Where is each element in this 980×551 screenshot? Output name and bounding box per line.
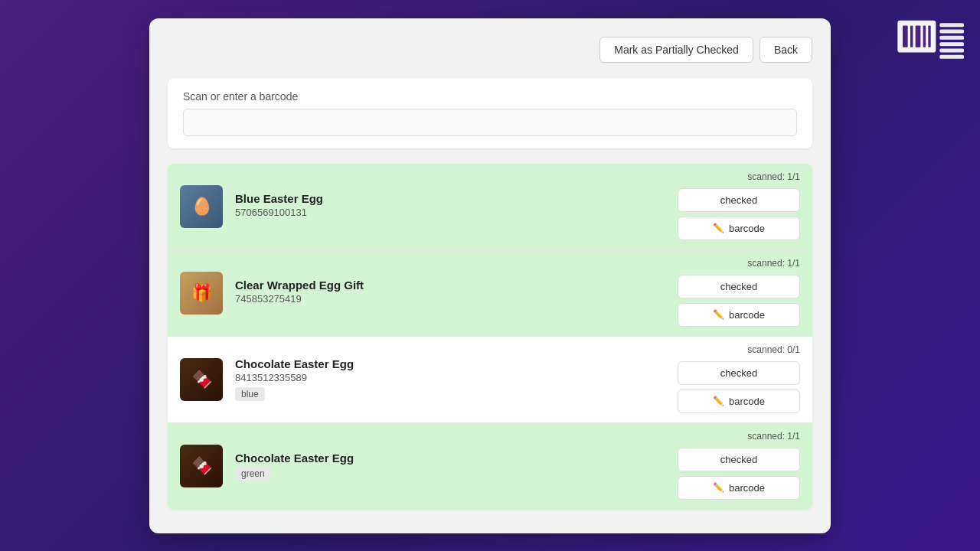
top-bar: Mark as Partially Checked Back: [168, 37, 812, 63]
item-image-blue-easter-egg: 🥚: [180, 185, 223, 228]
svg-rect-8: [939, 36, 964, 40]
item-name-chocolate-easter-egg-blue: Chocolate Easter Egg: [235, 357, 665, 370]
scanned-badge-chocolate-easter-egg-green: scanned: 1/1: [747, 431, 800, 442]
item-info-clear-wrapped-egg-gift: Clear Wrapped Egg Gift745853275419: [235, 279, 665, 308]
item-info-chocolate-easter-egg-green: Chocolate Easter Egggreen: [235, 452, 665, 481]
svg-rect-9: [939, 42, 964, 46]
item-actions-chocolate-easter-egg-blue: checked✏️barcode: [678, 361, 800, 413]
svg-rect-7: [939, 30, 964, 34]
barcode-btn-label-blue-easter-egg: barcode: [729, 223, 765, 234]
scan-label: Scan or enter a barcode: [183, 90, 797, 103]
barcode-btn-label-clear-wrapped-egg-gift: barcode: [729, 309, 765, 321]
main-card: Mark as Partially Checked Back Scan or e…: [149, 18, 831, 533]
item-actions-clear-wrapped-egg-gift: checked✏️barcode: [678, 275, 800, 327]
scan-input[interactable]: [183, 109, 797, 136]
svg-rect-10: [939, 49, 964, 53]
scanned-badge-clear-wrapped-egg-gift: scanned: 1/1: [747, 258, 800, 269]
item-info-chocolate-easter-egg-blue: Chocolate Easter Egg8413512335589blue: [235, 357, 665, 401]
item-row-clear-wrapped-egg-gift: scanned: 1/1🎁Clear Wrapped Egg Gift74585…: [168, 250, 812, 337]
barcode-button-clear-wrapped-egg-gift[interactable]: ✏️barcode: [678, 303, 800, 327]
mark-partially-checked-button[interactable]: Mark as Partially Checked: [599, 37, 753, 63]
item-actions-chocolate-easter-egg-green: checked✏️barcode: [678, 448, 800, 500]
pencil-icon-chocolate-easter-egg-blue: ✏️: [713, 396, 724, 406]
scanned-badge-chocolate-easter-egg-blue: scanned: 0/1: [747, 344, 800, 355]
svg-rect-4: [923, 26, 926, 47]
item-image-chocolate-easter-egg-green: 🍫: [180, 445, 223, 487]
barcode-button-chocolate-easter-egg-green[interactable]: ✏️barcode: [678, 476, 800, 500]
item-info-blue-easter-egg: Blue Easter Egg5706569100131: [235, 192, 665, 221]
item-barcode-blue-easter-egg: 5706569100131: [235, 207, 665, 218]
item-actions-blue-easter-egg: checked✏️barcode: [678, 188, 800, 240]
item-name-blue-easter-egg: Blue Easter Egg: [235, 192, 665, 205]
item-tag-chocolate-easter-egg-green: green: [235, 467, 271, 481]
pencil-icon-chocolate-easter-egg-green: ✏️: [713, 482, 724, 493]
svg-rect-2: [910, 26, 913, 47]
checked-button-chocolate-easter-egg-green[interactable]: checked: [678, 448, 800, 471]
pencil-icon-blue-easter-egg: ✏️: [713, 223, 724, 233]
pencil-icon-clear-wrapped-egg-gift: ✏️: [713, 309, 724, 320]
barcode-button-chocolate-easter-egg-blue[interactable]: ✏️barcode: [678, 390, 800, 413]
checked-button-clear-wrapped-egg-gift[interactable]: checked: [678, 275, 800, 298]
svg-rect-3: [916, 26, 921, 47]
item-barcode-clear-wrapped-egg-gift: 745853275419: [235, 293, 665, 305]
item-image-clear-wrapped-egg-gift: 🎁: [180, 272, 223, 315]
barcode-btn-label-chocolate-easter-egg-green: barcode: [729, 482, 765, 494]
checked-button-blue-easter-egg[interactable]: checked: [678, 188, 800, 212]
item-tag-chocolate-easter-egg-blue: blue: [235, 387, 265, 401]
back-button[interactable]: Back: [760, 37, 812, 63]
svg-rect-1: [903, 26, 908, 47]
svg-rect-6: [939, 23, 964, 27]
checked-button-chocolate-easter-egg-blue[interactable]: checked: [678, 361, 800, 385]
svg-rect-11: [939, 55, 964, 59]
barcode-button-blue-easter-egg[interactable]: ✏️barcode: [678, 217, 800, 240]
app-logo: [891, 12, 968, 73]
items-container: scanned: 1/1🥚Blue Easter Egg570656910013…: [168, 164, 812, 509]
scan-section: Scan or enter a barcode: [168, 78, 812, 148]
item-barcode-chocolate-easter-egg-blue: 8413512335589: [235, 372, 665, 383]
item-row-blue-easter-egg: scanned: 1/1🥚Blue Easter Egg570656910013…: [168, 164, 812, 250]
svg-rect-5: [928, 26, 930, 47]
scanned-badge-blue-easter-egg: scanned: 1/1: [747, 171, 800, 182]
item-image-chocolate-easter-egg-blue: 🍫: [180, 358, 223, 401]
item-name-chocolate-easter-egg-green: Chocolate Easter Egg: [235, 452, 665, 465]
logo-area: [891, 12, 968, 77]
barcode-btn-label-chocolate-easter-egg-blue: barcode: [729, 396, 765, 407]
item-row-chocolate-easter-egg-green: scanned: 1/1🍫Chocolate Easter Egggreench…: [168, 423, 812, 509]
item-row-chocolate-easter-egg-blue: scanned: 0/1🍫Chocolate Easter Egg8413512…: [168, 337, 812, 423]
item-name-clear-wrapped-egg-gift: Clear Wrapped Egg Gift: [235, 279, 665, 292]
